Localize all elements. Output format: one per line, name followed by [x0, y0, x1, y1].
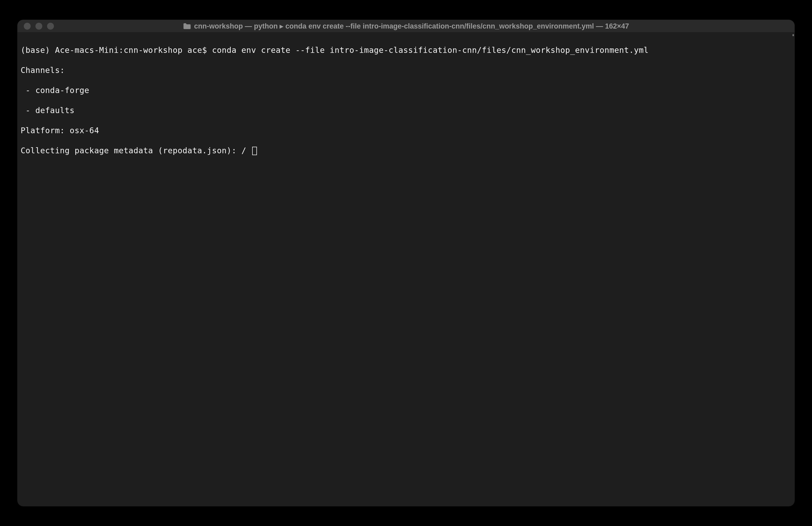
output-line: - defaults: [20, 105, 792, 116]
minimize-button[interactable]: [35, 23, 42, 30]
window-title: cnn-workshop — python ▸ conda env create…: [183, 22, 629, 30]
title-bar: cnn-workshop — python ▸ conda env create…: [17, 20, 795, 32]
shell-command: conda env create --file intro-image-clas…: [212, 45, 649, 55]
output-line: Platform: osx-64: [20, 126, 792, 136]
cursor-icon: [252, 147, 257, 155]
folder-icon: [183, 23, 191, 29]
output-line: Collecting package metadata (repodata.js…: [20, 146, 792, 156]
output-line: Channels:: [20, 65, 792, 75]
scrollbar-track[interactable]: [793, 32, 795, 506]
window-title-text: cnn-workshop — python ▸ conda env create…: [194, 22, 629, 30]
output-line: - conda-forge: [20, 85, 792, 96]
maximize-button[interactable]: [47, 23, 54, 30]
shell-prompt: (base) Ace-macs-Mini:cnn-workshop ace$: [20, 45, 212, 55]
terminal-window: cnn-workshop — python ▸ conda env create…: [17, 20, 795, 506]
close-button[interactable]: [24, 23, 31, 30]
collecting-line: Collecting package metadata (repodata.js…: [20, 146, 251, 155]
scrollbar-thumb[interactable]: [793, 34, 794, 36]
terminal-body[interactable]: (base) Ace-macs-Mini:cnn-workshop ace$ c…: [17, 32, 795, 506]
traffic-lights: [17, 23, 54, 30]
prompt-line: (base) Ace-macs-Mini:cnn-workshop ace$ c…: [20, 45, 792, 55]
